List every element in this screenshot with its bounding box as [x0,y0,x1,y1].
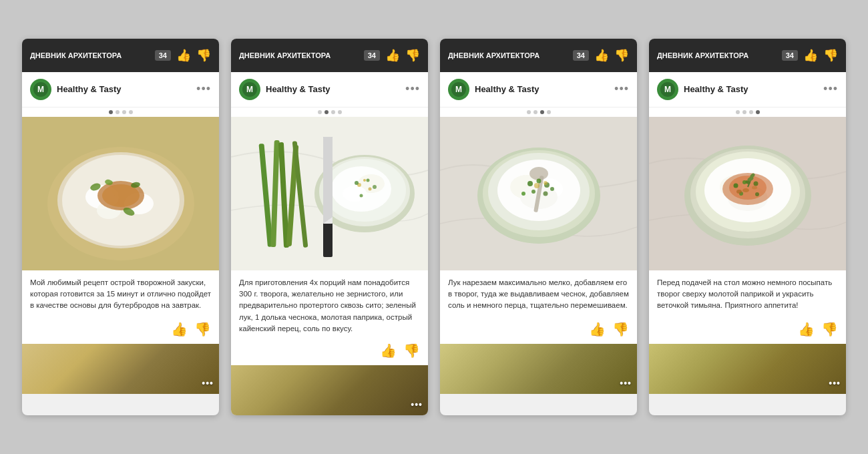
top-bar-icons-4: 👍 👎 [803,49,838,61]
post-text-2: Для приготовления 4х порций нам понадоби… [231,270,428,338]
phone-card-1: ДНЕВНИК АРХИТЕКТОРА 34 👍 👎 M Healthy & T… [22,39,219,415]
svg-point-50 [544,191,548,196]
avatar-3: M [448,79,469,100]
preview-more-4[interactable]: ••• [829,378,841,389]
dot-2-2 [324,110,329,114]
dot-2-4 [338,110,342,114]
preview-more-2[interactable]: ••• [411,399,423,410]
thumbup-action-2[interactable]: 👍 [380,343,397,359]
swipe-dots-1 [22,107,219,117]
svg-point-74 [752,186,757,189]
post-menu-1[interactable]: ••• [196,82,211,96]
svg-point-70 [754,181,758,186]
thumbdown-action-3[interactable]: 👎 [612,321,629,337]
top-bar-title-2: ДНЕВНИК АРХИТЕКТОРА [239,51,359,60]
top-bar-title-4: ДНЕВНИК АРХИТЕКТОРА [657,51,777,60]
dot-3-3 [540,110,544,114]
thumbup-action-4[interactable]: 👍 [798,321,815,337]
svg-point-69 [742,180,746,184]
post-name-4[interactable]: Healthy & Tasty [684,84,818,94]
dot-4-4 [756,110,760,114]
svg-point-34 [373,185,377,189]
post-text-1: Мой любимый рецепт острой творожной заку… [22,270,219,317]
post-name-2[interactable]: Healthy & Tasty [266,84,400,94]
svg-point-21 [343,186,367,202]
post-menu-3[interactable]: ••• [614,82,629,96]
thumbdown-icon-top-2[interactable]: 👎 [405,49,420,61]
phone-card-4: ДНЕВНИК АРХИТЕКТОРА 34 👍 👎 M Healthy & T… [649,39,846,415]
cards-container: ДНЕВНИК АРХИТЕКТОРА 34 👍 👎 M Healthy & T… [9,25,859,429]
post-header-4: M Healthy & Tasty ••• [649,72,846,107]
thumbup-icon-top-1[interactable]: 👍 [176,49,191,61]
thumbup-icon-top-4[interactable]: 👍 [803,49,818,61]
top-bar-title-3: ДНЕВНИК АРХИТЕКТОРА [448,51,568,60]
bottom-preview-4: ••• [649,344,846,394]
avatar-4: M [657,79,678,100]
post-actions-1: 👍 👎 [22,317,219,344]
post-actions-4: 👍 👎 [649,317,846,344]
thumbup-icon-top-2[interactable]: 👍 [385,49,400,61]
svg-point-68 [734,183,738,188]
thumbup-icon-top-3[interactable]: 👍 [594,49,609,61]
post-name-1[interactable]: Healthy & Tasty [57,84,191,94]
avatar-inner-1: M [33,82,48,97]
svg-point-32 [355,181,359,185]
post-header-2: M Healthy & Tasty ••• [231,72,428,107]
dot-1-2 [116,110,120,114]
top-bar-icons-3: 👍 👎 [594,49,629,61]
post-menu-4[interactable]: ••• [823,82,838,96]
svg-point-73 [742,188,749,192]
dot-4-3 [749,110,753,114]
thumbdown-icon-top-4[interactable]: 👎 [823,49,838,61]
dot-4-2 [742,110,746,114]
avatar-icon-4: M [664,85,671,94]
phone-card-3: ДНЕВНИК АРХИТЕКТОРА 34 👍 👎 M Healthy & T… [440,39,637,415]
top-bar-count-2: 34 [364,50,380,61]
post-text-4: Перед подачей на стол можно немного посы… [649,270,846,317]
post-actions-2: 👍 👎 [231,338,428,365]
thumbdown-action-4[interactable]: 👎 [821,321,838,337]
post-image-1 [22,117,219,270]
preview-more-3[interactable]: ••• [620,378,632,389]
top-bar-count-4: 34 [782,50,798,61]
top-bar-title-1: ДНЕВНИК АРХИТЕКТОРА [30,51,150,60]
post-name-3[interactable]: Healthy & Tasty [475,84,609,94]
thumbdown-icon-top-1[interactable]: 👎 [196,49,211,61]
svg-point-75 [736,190,742,194]
post-image-4 [649,117,846,270]
avatar-icon-2: M [246,85,253,94]
dot-3-4 [547,110,551,114]
dot-2-1 [318,110,322,114]
thumbdown-icon-top-3[interactable]: 👎 [614,49,629,61]
avatar-1: M [30,79,51,100]
post-menu-2[interactable]: ••• [405,82,420,96]
thumbdown-action-2[interactable]: 👎 [403,343,420,359]
top-bar-2: ДНЕВНИК АРХИТЕКТОРА 34 👍 👎 [231,39,428,72]
top-bar-4: ДНЕВНИК АРХИТЕКТОРА 34 👍 👎 [649,39,846,72]
dot-1-1 [109,110,113,114]
svg-point-54 [544,181,548,185]
post-image-2 [231,117,428,270]
avatar-icon-1: M [37,85,44,94]
bottom-preview-1: ••• [22,344,219,394]
dot-3-2 [533,110,537,114]
dot-1-4 [129,110,133,114]
thumbdown-action-1[interactable]: 👎 [194,321,211,337]
svg-point-72 [755,192,759,196]
post-text-3: Лук нарезаем максимально мелко, добавляе… [440,270,637,317]
preview-more-1[interactable]: ••• [202,378,214,389]
svg-point-52 [550,187,554,191]
dot-3-1 [527,110,531,114]
avatar-inner-2: M [242,82,257,97]
avatar-inner-4: M [660,82,675,97]
thumbup-action-3[interactable]: 👍 [589,321,606,337]
swipe-dots-2 [231,107,428,117]
top-bar-icons-2: 👍 👎 [385,49,420,61]
top-bar-count-1: 34 [155,50,171,61]
thumbup-action-1[interactable]: 👍 [171,321,188,337]
avatar-icon-3: M [455,85,462,94]
post-header-3: M Healthy & Tasty ••• [440,72,637,107]
swipe-dots-4 [649,107,846,117]
post-image-3 [440,117,637,270]
top-bar-1: ДНЕВНИК АРХИТЕКТОРА 34 👍 👎 [22,39,219,72]
